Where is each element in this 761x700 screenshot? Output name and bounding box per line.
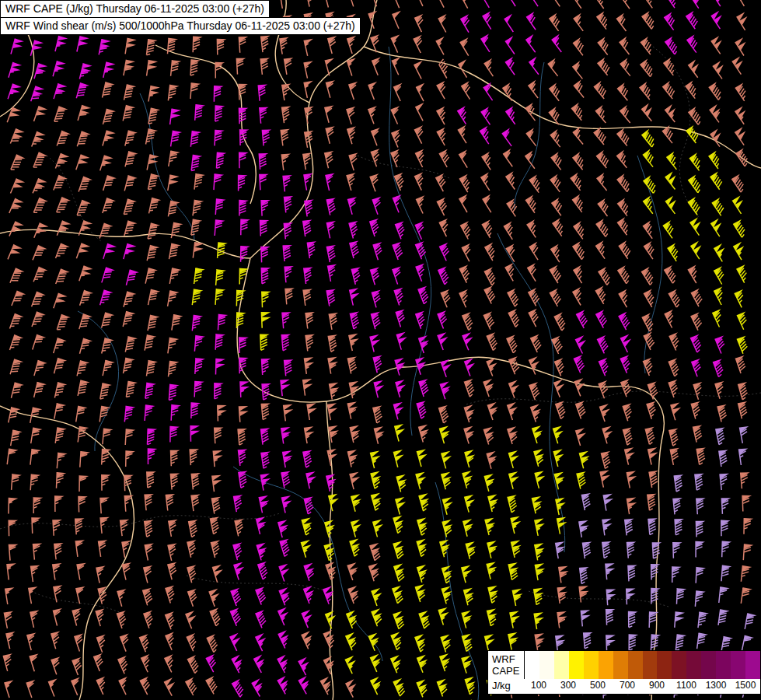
wind-barb <box>11 430 20 446</box>
wind-barb <box>33 152 46 167</box>
wind-barb <box>169 384 176 400</box>
wind-barb <box>525 104 535 121</box>
wind-barb <box>55 428 65 443</box>
wind-barb <box>555 359 564 376</box>
wind-barb <box>99 407 108 422</box>
wind-barb <box>735 291 743 308</box>
wind-barb <box>124 496 131 512</box>
wind-barb <box>79 314 90 329</box>
wind-barb <box>483 380 492 397</box>
wind-barb <box>193 201 201 216</box>
wind-barb <box>438 334 446 350</box>
wind-barb <box>33 268 45 282</box>
wind-barb <box>596 107 606 123</box>
wind-barb <box>417 681 427 697</box>
wind-barb <box>326 290 335 306</box>
wind-barb <box>148 223 158 239</box>
wind-barb <box>171 61 180 76</box>
wind-barb <box>195 359 203 374</box>
wind-barb <box>302 632 311 649</box>
wind-barb <box>260 174 267 190</box>
wind-barb <box>395 425 403 441</box>
wind-barb <box>416 312 424 328</box>
wind-barb <box>717 405 727 422</box>
wind-barb <box>169 520 176 537</box>
wind-barb <box>324 544 333 560</box>
wind-barb <box>231 589 241 606</box>
wind-barb <box>510 612 518 628</box>
wind-barb <box>618 219 628 235</box>
wind-barb <box>720 474 727 490</box>
wind-barb <box>55 154 67 169</box>
wind-barb <box>126 451 133 467</box>
wind-barb <box>29 587 36 604</box>
wind-barb <box>325 107 332 123</box>
wind-barb <box>391 107 398 124</box>
wind-barb <box>738 383 748 400</box>
wind-barb <box>190 60 198 75</box>
wind-barb <box>649 612 656 628</box>
wind-barb <box>77 201 89 215</box>
wind-barb <box>721 499 728 514</box>
wind-barb <box>534 613 542 629</box>
wind-barb <box>623 404 631 421</box>
wind-barb <box>278 656 287 673</box>
wind-barb <box>532 427 541 443</box>
wind-barb <box>76 587 83 604</box>
wind-barb <box>218 314 226 330</box>
legend-color-cell <box>569 651 584 679</box>
wind-barb <box>527 221 536 237</box>
wind-barb <box>710 106 720 122</box>
wind-barb <box>483 84 492 100</box>
wind-barb <box>396 381 404 397</box>
wind-barb <box>166 613 175 630</box>
wind-barb <box>488 586 497 603</box>
wind-barb <box>417 0 424 6</box>
wind-barb <box>487 359 495 376</box>
wind-barb <box>171 131 180 147</box>
wind-barb <box>326 612 334 628</box>
wind-barb <box>740 427 748 443</box>
wind-barb <box>597 152 609 168</box>
wind-barb <box>735 128 744 145</box>
wind-barb <box>394 289 403 305</box>
wind-barb <box>662 127 672 143</box>
wind-barb <box>282 313 289 328</box>
wind-barb <box>191 403 198 418</box>
wind-barb <box>716 429 724 445</box>
wind-barb <box>346 681 354 697</box>
wind-barb <box>415 127 424 144</box>
wind-barb <box>741 473 748 488</box>
wind-barb <box>488 495 497 512</box>
wind-barb <box>617 15 627 31</box>
wind-barb <box>550 85 560 101</box>
country-border-line <box>0 406 134 700</box>
wind-barb <box>526 36 536 52</box>
wind-barb <box>328 37 336 54</box>
wind-barb <box>668 291 679 307</box>
wind-barb <box>579 521 587 537</box>
wind-barb <box>481 174 490 191</box>
wind-barb <box>595 288 605 304</box>
wind-barb <box>279 589 289 605</box>
wind-barb <box>460 266 470 282</box>
wind-barb <box>100 156 111 170</box>
wind-barb <box>372 58 379 75</box>
wind-barb <box>215 428 222 443</box>
wind-barb <box>627 472 634 488</box>
wind-barb <box>372 291 380 307</box>
wind-barb <box>370 335 379 352</box>
wind-barb <box>125 337 135 352</box>
wind-barb <box>416 104 423 121</box>
wind-barb <box>437 199 446 215</box>
wind-barb <box>487 563 495 579</box>
wind-barb <box>256 611 266 628</box>
wind-barb <box>8 84 19 99</box>
wind-barb <box>210 609 220 626</box>
legend-tick-label: 700 <box>620 680 635 691</box>
wind-barb <box>145 521 152 537</box>
wind-barb <box>416 264 424 282</box>
wind-barb <box>302 519 311 535</box>
wind-barb <box>458 107 466 124</box>
wind-barb <box>606 590 614 605</box>
